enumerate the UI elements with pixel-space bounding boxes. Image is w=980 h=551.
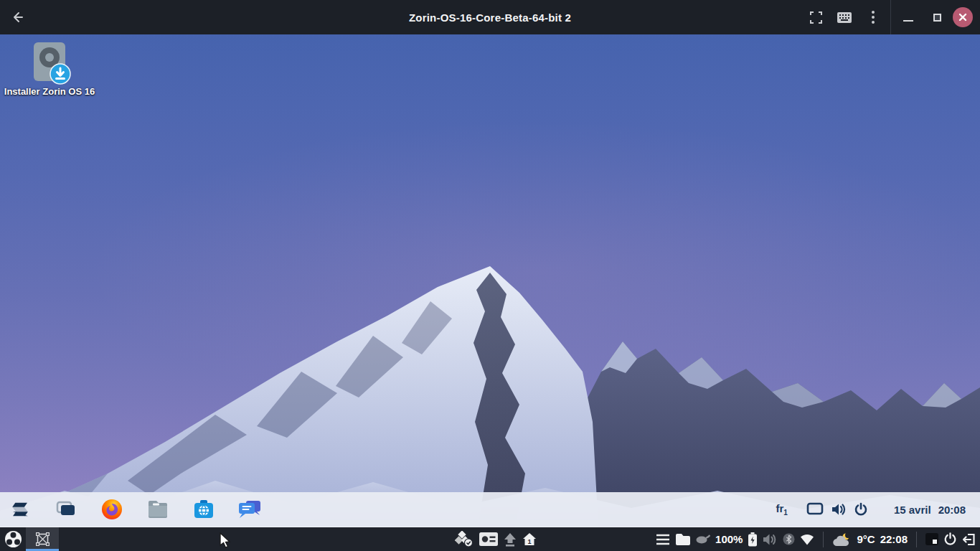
host-files-button[interactable] — [675, 533, 691, 546]
battery-percent: 100% — [715, 533, 743, 545]
updates-tray-icon — [455, 531, 473, 547]
keyboard-layout-index: 1 — [783, 509, 788, 517]
maximize-icon — [933, 14, 941, 22]
bluetooth-button[interactable] — [783, 533, 795, 545]
power-icon-host — [943, 532, 957, 546]
weather-temperature: 9°C — [857, 533, 875, 545]
zorin-system-indicators — [806, 502, 868, 517]
power-icon[interactable] — [854, 502, 868, 517]
titlebar-actions — [801, 0, 980, 34]
installer-icon-label: Installer Zorin OS 16 — [4, 86, 95, 97]
host-menu-button[interactable] — [656, 534, 670, 545]
host-power-button[interactable] — [943, 532, 957, 546]
fullscreen-button[interactable] — [801, 0, 830, 34]
host-clock[interactable]: 22:08 — [880, 533, 908, 545]
launcher-ball-icon — [4, 530, 22, 548]
chat-button[interactable] — [238, 498, 261, 521]
zorin-menu-button[interactable] — [9, 498, 32, 521]
chat-icon — [238, 499, 261, 519]
vm-titlebar: Zorin-OS-16-Core-Beta-64-bit 2 — [0, 0, 980, 34]
desktop: Installer Zorin OS 16 — [0, 34, 980, 527]
software-store-icon — [193, 499, 215, 520]
keyboard-button[interactable] — [830, 0, 859, 34]
menu-button[interactable] — [859, 0, 887, 34]
wifi-button[interactable] — [800, 534, 814, 545]
zorin-taskbar-indicators: fr1 15 avril 20:08 — [776, 502, 980, 517]
zorin-date: 15 avril — [894, 504, 931, 516]
zorin-time: 20:08 — [938, 504, 966, 516]
folder-icon — [675, 533, 691, 546]
files-icon — [147, 500, 169, 519]
volume-icon[interactable] — [831, 502, 847, 517]
feed-tray-button[interactable] — [479, 532, 498, 546]
logout-button[interactable] — [962, 533, 976, 546]
show-desktop-button[interactable] — [925, 533, 938, 545]
volume-muted-icon — [763, 533, 778, 546]
display-icon[interactable] — [806, 502, 824, 517]
close-icon — [958, 13, 967, 22]
weather-indicator[interactable] — [832, 532, 852, 547]
feed-tray-icon — [479, 532, 498, 546]
vm-window-icon — [35, 532, 50, 547]
firefox-button[interactable] — [100, 498, 123, 521]
maximize-button[interactable] — [923, 0, 951, 34]
weather-night-icon — [832, 532, 852, 547]
menu-kebab-icon — [872, 11, 875, 24]
mouse-battery-indicator[interactable] — [696, 534, 710, 544]
eject-tray-button[interactable] — [504, 532, 517, 547]
mouse-battery-icon — [696, 534, 710, 544]
eject-tray-icon — [504, 532, 517, 547]
titlebar-separator — [890, 0, 891, 34]
files-button[interactable] — [146, 498, 169, 521]
menu-hamburger-icon — [656, 534, 670, 545]
minimize-button[interactable] — [894, 0, 923, 34]
logout-icon — [962, 533, 976, 546]
minimize-icon — [903, 20, 913, 22]
battery-charging-icon — [748, 532, 758, 547]
software-store-button[interactable] — [192, 498, 215, 521]
keyboard-layout-code: fr — [776, 502, 784, 514]
bluetooth-icon — [783, 533, 795, 545]
window-switcher-icon — [56, 501, 76, 518]
zorin-taskbar: fr1 15 avril 20:08 — [0, 492, 980, 527]
screen: Zorin-OS-16-Core-Beta-64-bit 2 — [0, 0, 980, 551]
back-button[interactable] — [0, 0, 34, 34]
host-tray: 1 — [455, 531, 537, 547]
host-launcher-button[interactable] — [0, 527, 26, 551]
home-alert-badge: 1 — [527, 538, 531, 545]
zorin-taskbar-apps — [0, 498, 261, 521]
keyboard-icon — [837, 12, 852, 23]
back-icon — [11, 11, 24, 24]
fullscreen-icon — [810, 11, 822, 24]
installer-desktop-icon[interactable]: Installer Zorin OS 16 — [3, 42, 96, 97]
wifi-icon — [800, 534, 814, 545]
download-badge-icon — [50, 63, 71, 85]
show-desktop-icon — [925, 533, 938, 545]
window-switcher-button[interactable] — [55, 498, 77, 521]
home-alert-tray-button[interactable]: 1 — [522, 532, 537, 547]
installer-icon-art — [32, 42, 67, 82]
firefox-icon — [100, 498, 123, 521]
updates-tray-button[interactable] — [455, 531, 473, 547]
status-separator-2 — [916, 532, 917, 547]
zorin-clock[interactable]: 15 avril 20:08 — [894, 504, 966, 516]
volume-muted-button[interactable] — [763, 533, 778, 546]
host-status-area: 100% — [656, 532, 980, 547]
host-panel: 1 100% — [0, 527, 980, 551]
wallpaper-mountain — [0, 34, 980, 527]
battery-indicator[interactable] — [748, 532, 758, 547]
zorin-menu-icon — [9, 499, 31, 520]
status-separator — [823, 532, 824, 547]
vm-task-button[interactable] — [26, 527, 59, 551]
close-button[interactable] — [953, 7, 973, 27]
keyboard-layout-indicator[interactable]: fr1 — [776, 502, 788, 517]
